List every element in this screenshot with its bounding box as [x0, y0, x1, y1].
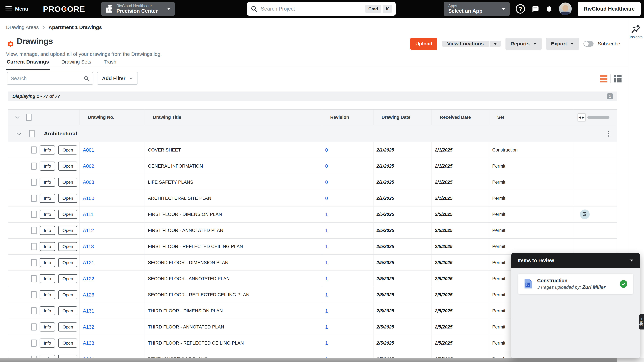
avatar[interactable] [559, 2, 572, 15]
subscribe-toggle[interactable] [584, 41, 594, 46]
upload-button[interactable]: Upload [410, 38, 438, 50]
revision-link[interactable]: 1 [325, 308, 328, 314]
column-header-revision[interactable]: Revision [322, 110, 373, 125]
revision-link[interactable]: 1 [325, 212, 328, 217]
revision-link[interactable]: 1 [325, 228, 328, 233]
markup-icon[interactable] [580, 210, 590, 219]
row-open-button[interactable]: Open [58, 306, 77, 316]
tab-current-drawings[interactable]: Current Drawings [6, 59, 50, 70]
view-locations-caret-button[interactable] [489, 41, 501, 46]
revision-link[interactable]: 1 [325, 244, 328, 249]
menu-label[interactable]: Menu [15, 6, 28, 12]
apps-selector[interactable]: Apps Select an App [444, 2, 510, 16]
revision-link[interactable]: 0 [325, 196, 328, 201]
row-open-button[interactable]: Open [58, 210, 77, 219]
row-checkbox[interactable] [31, 243, 36, 250]
row-info-button[interactable]: Info [40, 306, 55, 316]
row-info-button[interactable]: Info [40, 274, 55, 283]
drawing-no-link[interactable]: A002 [83, 163, 94, 169]
revision-link[interactable]: 0 [325, 163, 328, 169]
group-checkbox[interactable] [29, 130, 34, 137]
items-panel-header[interactable]: Items to review [511, 253, 640, 268]
revision-link[interactable]: 1 [325, 292, 328, 298]
row-info-button[interactable]: Info [40, 194, 55, 203]
help-icon[interactable]: ? [516, 4, 525, 13]
row-checkbox[interactable] [31, 227, 36, 234]
row-checkbox[interactable] [31, 275, 36, 282]
page-number-badge[interactable]: 1 [607, 93, 613, 99]
column-header-set[interactable]: Set [489, 110, 573, 125]
row-info-button[interactable]: Info [40, 210, 55, 219]
reports-button[interactable]: Reports [506, 38, 542, 50]
kebab-icon[interactable] [608, 131, 609, 137]
row-checkbox[interactable] [31, 195, 36, 202]
select-all-checkbox[interactable] [26, 114, 32, 121]
row-info-button[interactable]: Info [40, 226, 55, 235]
row-checkbox[interactable] [31, 324, 36, 331]
revision-link[interactable]: 1 [325, 276, 328, 282]
row-info-button[interactable]: Info [40, 178, 55, 187]
row-info-button[interactable]: Info [40, 323, 55, 332]
hamburger-icon[interactable] [5, 6, 12, 11]
global-search-input[interactable] [260, 6, 364, 12]
list-view-icon[interactable] [600, 75, 608, 82]
row-open-button[interactable]: Open [58, 194, 77, 203]
row-checkbox[interactable] [31, 163, 36, 170]
column-header-drawing-date[interactable]: Drawing Date [373, 110, 432, 125]
row-info-button[interactable]: Info [40, 339, 55, 348]
drawing-no-link[interactable]: A111 [83, 212, 94, 217]
account-company-pill[interactable]: RivCloud Healthcare [578, 2, 641, 16]
table-search-input[interactable] [10, 75, 84, 81]
row-checkbox[interactable] [31, 291, 36, 298]
chat-icon[interactable] [531, 5, 539, 13]
tab-trash[interactable]: Trash [103, 59, 117, 70]
help-side-tab[interactable]: Help [639, 314, 644, 330]
row-checkbox[interactable] [31, 211, 36, 218]
horizontal-scrollbar-thumb[interactable] [0, 358, 617, 362]
grid-view-icon[interactable] [614, 75, 622, 82]
global-search-bar[interactable]: Cmd K [247, 2, 396, 15]
revision-link[interactable]: 1 [325, 340, 328, 346]
drawing-no-link[interactable]: A121 [83, 260, 94, 266]
row-checkbox[interactable] [31, 307, 36, 314]
row-open-button[interactable]: Open [58, 242, 77, 251]
chevron-down-icon[interactable] [14, 116, 20, 119]
drawing-no-link[interactable]: A113 [83, 244, 94, 249]
drawing-no-link[interactable]: A131 [83, 308, 94, 314]
insights-tab[interactable]: Insights [628, 24, 644, 39]
row-open-button[interactable]: Open [58, 226, 77, 235]
row-open-button[interactable]: Open [58, 290, 77, 299]
drawing-no-link[interactable]: A100 [83, 196, 94, 201]
column-header-drawing-title[interactable]: Drawing Title [144, 110, 322, 125]
column-header-drawing-no[interactable]: Drawing No. [80, 110, 144, 125]
drawing-no-link[interactable]: A123 [83, 292, 94, 298]
revision-link[interactable]: 0 [325, 147, 328, 153]
row-open-button[interactable]: Open [58, 323, 77, 332]
row-open-button[interactable]: Open [58, 162, 77, 171]
column-scroll-bar[interactable] [587, 116, 610, 119]
revision-link[interactable]: 1 [325, 260, 328, 266]
row-open-button[interactable]: Open [58, 258, 77, 267]
row-info-button[interactable]: Info [40, 162, 55, 171]
row-open-button[interactable]: Open [58, 145, 77, 155]
row-info-button[interactable]: Info [40, 290, 55, 299]
drawing-no-link[interactable]: A003 [83, 179, 94, 185]
drawing-no-link[interactable]: A122 [83, 276, 94, 282]
row-checkbox[interactable] [31, 179, 36, 186]
row-info-button[interactable]: Info [40, 242, 55, 251]
breadcrumb-parent-link[interactable]: Drawing Areas [6, 24, 39, 30]
row-checkbox[interactable] [31, 340, 36, 347]
drawing-no-link[interactable]: A112 [83, 228, 94, 233]
horizontal-scrollbar[interactable] [0, 358, 644, 362]
row-info-button[interactable]: Info [40, 258, 55, 267]
chevron-down-icon[interactable] [16, 132, 22, 135]
drawing-no-link[interactable]: A133 [83, 340, 94, 346]
revision-link[interactable]: 0 [325, 179, 328, 185]
add-filter-button[interactable]: Add Filter [97, 72, 138, 85]
column-scroll-arrows[interactable]: ◀ ▶ [578, 113, 586, 121]
row-open-button[interactable]: Open [58, 274, 77, 283]
review-item-card[interactable]: Construction 3 Pages uploaded by: Zuri M… [518, 274, 633, 294]
bell-icon[interactable] [545, 5, 553, 13]
row-open-button[interactable]: Open [58, 178, 77, 187]
row-open-button[interactable]: Open [58, 339, 77, 348]
